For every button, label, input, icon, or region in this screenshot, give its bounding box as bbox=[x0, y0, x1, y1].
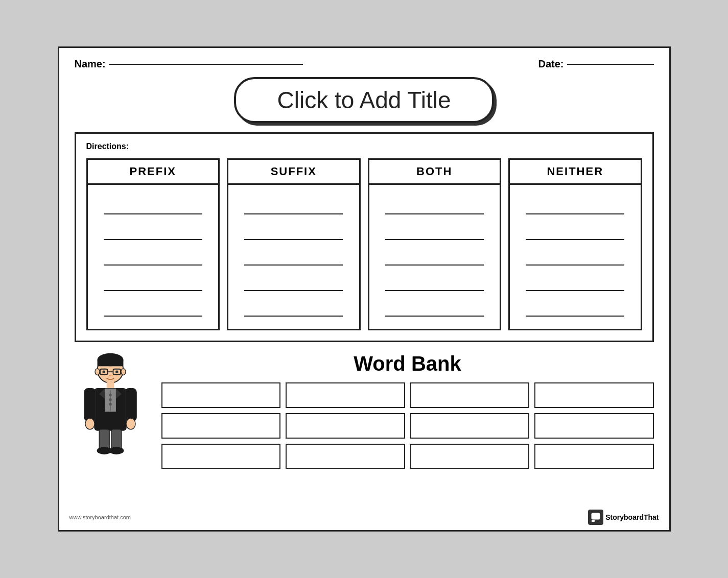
worksheet-page: Name: Date: Click to Add Title Direction… bbox=[58, 46, 671, 532]
character-area bbox=[75, 352, 151, 456]
write-line[interactable] bbox=[104, 219, 202, 240]
title-box[interactable]: Click to Add Title bbox=[234, 77, 494, 123]
write-line[interactable] bbox=[104, 270, 202, 291]
word-bank-cell[interactable] bbox=[286, 382, 405, 408]
date-field: Date: bbox=[538, 58, 653, 70]
svg-rect-25 bbox=[111, 429, 121, 450]
title-area[interactable]: Click to Add Title bbox=[75, 77, 654, 123]
bottom-section: Word Bank bbox=[75, 352, 654, 469]
neither-lines bbox=[510, 185, 641, 329]
write-line[interactable] bbox=[244, 219, 343, 240]
write-line[interactable] bbox=[385, 244, 484, 266]
write-line[interactable] bbox=[526, 270, 624, 291]
word-bank-grid bbox=[161, 382, 654, 469]
columns-grid: PREFIX SUFFIX bbox=[86, 158, 642, 330]
svg-rect-21 bbox=[125, 389, 136, 421]
word-bank-cell[interactable] bbox=[534, 413, 654, 439]
write-line[interactable] bbox=[526, 193, 624, 214]
word-bank-cell[interactable] bbox=[534, 382, 654, 408]
svg-point-22 bbox=[85, 418, 94, 429]
suffix-column: SUFFIX bbox=[227, 158, 361, 330]
character-illustration bbox=[75, 352, 146, 454]
write-line[interactable] bbox=[526, 295, 624, 317]
prefix-column: PREFIX bbox=[86, 158, 220, 330]
title-text[interactable]: Click to Add Title bbox=[277, 87, 451, 113]
neither-column: NEITHER bbox=[508, 158, 642, 330]
write-line[interactable] bbox=[385, 193, 484, 214]
write-line[interactable] bbox=[104, 193, 202, 214]
both-column: BOTH bbox=[368, 158, 502, 330]
word-bank-title: Word Bank bbox=[161, 352, 654, 375]
svg-point-28 bbox=[95, 369, 100, 375]
both-lines bbox=[369, 185, 500, 329]
svg-point-8 bbox=[102, 370, 105, 373]
footer: www.storyboardthat.com StoryboardThat bbox=[69, 510, 659, 525]
footer-logo: StoryboardThat bbox=[588, 510, 659, 525]
svg-point-16 bbox=[109, 398, 111, 401]
svg-rect-30 bbox=[592, 513, 600, 519]
svg-rect-20 bbox=[84, 389, 96, 421]
svg-point-29 bbox=[121, 369, 125, 375]
write-line[interactable] bbox=[526, 219, 624, 240]
prefix-lines bbox=[88, 185, 219, 329]
write-line[interactable] bbox=[526, 244, 624, 266]
svg-rect-11 bbox=[106, 382, 114, 389]
main-content: Directions: PREFIX SUFFIX bbox=[75, 132, 654, 342]
write-line[interactable] bbox=[104, 295, 202, 317]
word-bank-cell[interactable] bbox=[286, 413, 405, 439]
word-bank-cell[interactable] bbox=[286, 444, 405, 469]
name-line bbox=[109, 64, 303, 65]
word-bank-area: Word Bank bbox=[161, 352, 654, 469]
suffix-header: SUFFIX bbox=[228, 160, 359, 185]
write-line[interactable] bbox=[104, 244, 202, 266]
word-bank-cell[interactable] bbox=[161, 444, 281, 469]
both-header: BOTH bbox=[369, 160, 500, 185]
svg-point-9 bbox=[115, 370, 118, 373]
write-line[interactable] bbox=[244, 193, 343, 214]
word-bank-cell[interactable] bbox=[161, 413, 281, 439]
svg-point-23 bbox=[126, 418, 135, 429]
write-line[interactable] bbox=[244, 270, 343, 291]
word-bank-cell[interactable] bbox=[410, 382, 530, 408]
svg-point-15 bbox=[109, 394, 111, 396]
write-line[interactable] bbox=[385, 295, 484, 317]
date-line bbox=[567, 64, 654, 65]
write-line[interactable] bbox=[385, 270, 484, 291]
svg-rect-2 bbox=[97, 360, 123, 367]
svg-point-17 bbox=[109, 403, 111, 405]
prefix-header: PREFIX bbox=[88, 160, 219, 185]
write-line[interactable] bbox=[244, 244, 343, 266]
name-label: Name: bbox=[75, 58, 106, 70]
logo-icon-svg bbox=[591, 512, 601, 522]
footer-url: www.storyboardthat.com bbox=[69, 514, 131, 520]
word-bank-cell[interactable] bbox=[534, 444, 654, 469]
suffix-lines bbox=[228, 185, 359, 329]
word-bank-cell[interactable] bbox=[410, 444, 530, 469]
neither-header: NEITHER bbox=[510, 160, 641, 185]
name-field: Name: bbox=[75, 58, 303, 70]
svg-point-10 bbox=[109, 375, 111, 377]
storyboardthat-icon bbox=[588, 510, 603, 525]
word-bank-cell[interactable] bbox=[161, 382, 281, 408]
svg-point-27 bbox=[109, 447, 124, 454]
directions-label: Directions: bbox=[86, 142, 642, 151]
svg-rect-24 bbox=[99, 429, 109, 450]
word-bank-cell[interactable] bbox=[410, 413, 530, 439]
header-row: Name: Date: bbox=[75, 58, 654, 70]
write-line[interactable] bbox=[385, 219, 484, 240]
svg-rect-31 bbox=[592, 520, 595, 522]
write-line[interactable] bbox=[244, 295, 343, 317]
date-label: Date: bbox=[538, 58, 563, 70]
footer-logo-text: StoryboardThat bbox=[605, 513, 659, 521]
